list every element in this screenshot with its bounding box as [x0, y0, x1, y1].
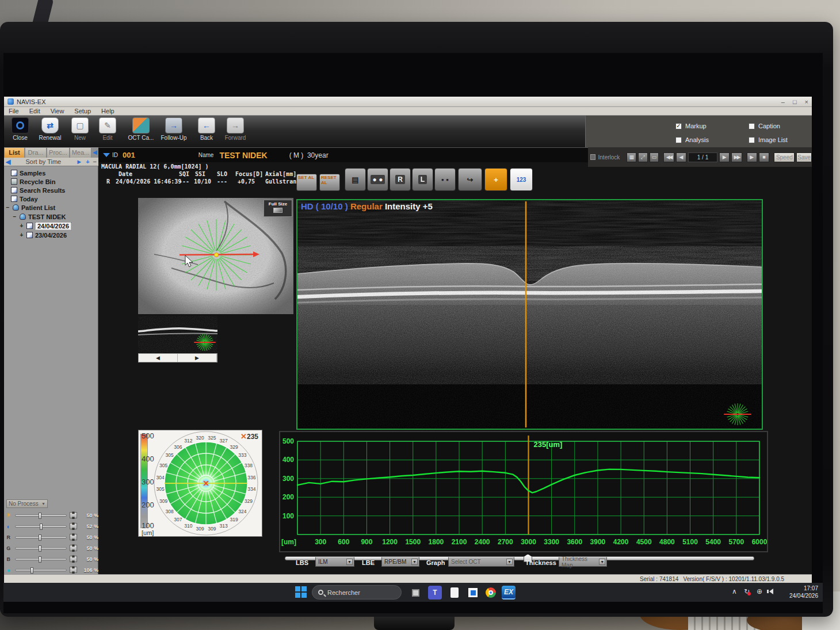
slider-step-buttons[interactable]: ▀▄ [70, 556, 77, 562]
save-image-button[interactable]: + [484, 168, 507, 191]
expand-all-button[interactable]: + [84, 158, 91, 165]
tab-measure[interactable]: Mea... [70, 147, 91, 158]
menu-help[interactable]: Help [101, 108, 114, 114]
fit-screen-button[interactable]: ⤢ [638, 152, 648, 162]
prev-frame-button[interactable]: ◀ [676, 152, 686, 162]
brightness-slider[interactable] [15, 514, 67, 517]
task-view-icon[interactable] [408, 586, 422, 600]
full-size-button[interactable]: Full Size [264, 200, 292, 217]
last-frame-button[interactable]: ▶▶ [731, 152, 742, 162]
image-tool-button[interactable]: ▦ [627, 152, 636, 162]
caption-checkbox[interactable]: Caption [749, 123, 780, 129]
left-eye-button[interactable]: L [412, 168, 433, 191]
thumb-prev-button[interactable]: ◀ [139, 354, 178, 362]
blue-app-icon[interactable] [466, 586, 480, 600]
green-slider[interactable] [15, 547, 67, 549]
tree-item-recycle-bin[interactable]: Recycle Bin [11, 177, 55, 186]
analysis-checkbox[interactable]: Analysis [675, 136, 709, 143]
tree-item-patient[interactable]: −TEST NIDEK [12, 212, 66, 221]
follow-up-button[interactable]: → Follow-Up [158, 117, 189, 141]
minimize-button[interactable]: – [781, 98, 785, 105]
sort-next-button[interactable]: ► [74, 158, 84, 165]
process-dropdown[interactable]: No Process▼ [6, 499, 48, 508]
collapse-all-button[interactable]: − [91, 158, 98, 165]
speed-button[interactable]: Speed [774, 152, 795, 162]
teams-icon[interactable]: T [428, 586, 442, 600]
slider-step-buttons[interactable]: ▀▄ [70, 523, 77, 529]
filter-funnel-icon[interactable] [103, 153, 110, 157]
sort-prev-button[interactable]: ◀ [4, 158, 12, 166]
menu-setup[interactable]: Setup [74, 108, 91, 114]
reset-all-button[interactable]: RESET AL [319, 174, 340, 191]
first-frame-button[interactable]: ◀◀ [663, 152, 674, 162]
image-list-checkbox[interactable]: Image List [749, 136, 788, 143]
oct-thumbnail[interactable] [138, 316, 217, 353]
sync-icon[interactable]: ↻ [744, 587, 750, 595]
both-eyes-button[interactable]: ● ● [367, 168, 388, 191]
lbs-dropdown[interactable]: ILM▼ [315, 557, 354, 567]
tab-scroll-arrow[interactable]: ◀ [91, 147, 98, 158]
tab-processing[interactable]: Proc... [47, 147, 70, 158]
windows-start-button[interactable] [295, 586, 307, 598]
document-app-icon[interactable] [448, 586, 461, 600]
oct-capture-button[interactable]: OCT Ca... [126, 117, 156, 141]
tree-item-today[interactable]: Today [11, 194, 38, 203]
layout-button[interactable]: ▪ ▪ [434, 168, 456, 191]
set-all-button[interactable]: SET AL [296, 174, 317, 191]
graph-dropdown[interactable]: Select OCT▼ [448, 557, 514, 567]
counter-button[interactable]: 123 [510, 168, 533, 191]
back-button[interactable]: ← Back [194, 117, 219, 141]
play-button[interactable]: ▶ [747, 152, 757, 162]
analysis-label: Analysis [685, 136, 709, 143]
menu-file[interactable]: File [9, 108, 19, 114]
slider-step-buttons[interactable]: ▀▄ [70, 512, 77, 518]
interlock-checkbox[interactable] [590, 154, 595, 160]
export-button[interactable]: ↪ [458, 168, 482, 191]
tray-chevron-icon[interactable]: ∧ [732, 587, 737, 595]
slider-step-buttons[interactable]: ▀▄ [70, 567, 77, 573]
tree-item-samples[interactable]: Samples [11, 169, 45, 177]
slider-step-buttons[interactable]: ▀▄ [70, 545, 77, 551]
taskbar-clock[interactable]: 17:07 24/04/2026 [789, 585, 818, 600]
markup-checkbox[interactable]: ✓ Markup [675, 123, 707, 129]
tab-list[interactable]: List [4, 147, 25, 158]
report-button[interactable]: ▤ [345, 168, 366, 191]
oct-bscan-image[interactable] [297, 200, 762, 429]
taskbar-search[interactable]: Rechercher [312, 585, 402, 600]
lbe-dropdown[interactable]: RPE/BM▼ [381, 557, 419, 567]
maximize-button[interactable]: □ [793, 98, 797, 105]
contrast-slider[interactable] [15, 525, 67, 528]
gamma-slider[interactable] [15, 569, 67, 571]
tree-item-exam-date-1[interactable]: +24/04/2026 [19, 222, 71, 230]
thickness-dropdown[interactable]: Thickness Map▼ [559, 557, 607, 567]
tab-drawing[interactable]: Dra... [25, 147, 47, 158]
speaker-icon[interactable] [769, 589, 773, 594]
svg-text:900: 900 [361, 538, 372, 546]
menu-view[interactable]: View [51, 108, 64, 114]
tree-item-search-results[interactable]: Search Results [11, 186, 65, 194]
chrome-icon[interactable] [484, 586, 498, 600]
close-button[interactable]: Close [7, 117, 33, 141]
stop-button[interactable]: ■ [759, 152, 769, 162]
red-slider[interactable] [15, 536, 67, 539]
tree-item-patient-list[interactable]: −Patient List [5, 203, 55, 212]
renewal-button[interactable]: ⇄ Renewal [35, 117, 65, 141]
blue-slider[interactable] [15, 558, 67, 560]
thumb-next-button[interactable]: ▶ [178, 354, 217, 362]
scan-position-scrollbar[interactable] [285, 556, 754, 560]
save-button[interactable]: Save [796, 152, 811, 162]
network-icon[interactable]: ⊕ [757, 587, 762, 595]
edit-button[interactable]: ✎ Edit [96, 117, 119, 141]
window-close-button[interactable]: × [805, 98, 808, 105]
menu-edit[interactable]: Edit [29, 108, 40, 114]
new-button[interactable]: ▢ New [68, 117, 91, 141]
thickness-profile-graph[interactable]: 1002003004005003006009001200150018002100… [279, 431, 768, 552]
navis-ex-taskbar-icon[interactable]: EX [502, 586, 516, 600]
oct-bscan-panel[interactable]: HD ( 10/10 ) Regular Intensity +5 [296, 199, 763, 430]
tree-item-exam-date-2[interactable]: +23/04/2026 [19, 231, 67, 239]
next-frame-button[interactable]: ▶ [719, 152, 730, 162]
right-eye-button[interactable]: R [390, 168, 411, 191]
measure-tool-button[interactable]: ▭ [650, 152, 659, 162]
forward-button[interactable]: → Forward [222, 117, 249, 141]
slider-step-buttons[interactable]: ▀▄ [70, 534, 77, 540]
